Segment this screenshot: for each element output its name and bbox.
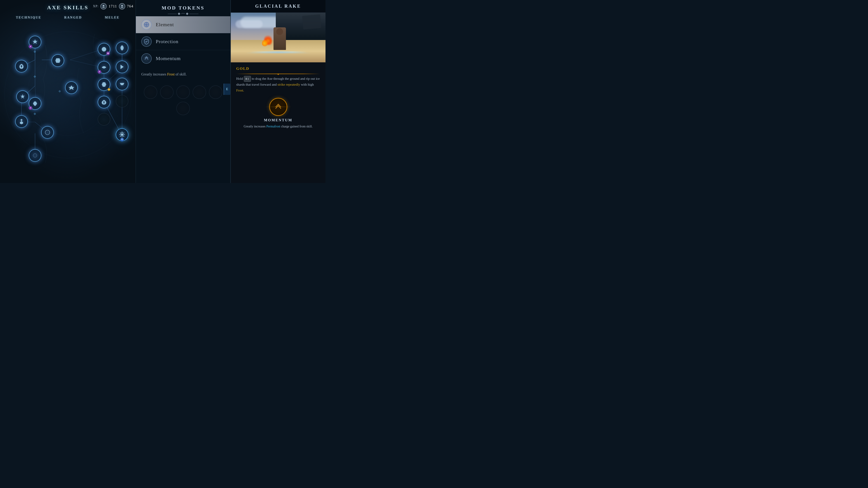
mod-token-momentum[interactable]: Momentum [136,50,230,67]
detail-panel: GLACIAL RAKE GOLD Hold R1 to drag the Ax… [230,0,326,183]
node-badge-r2: ✦ [98,70,101,74]
node-badge-r3: ● [107,88,110,91]
element-icon [141,20,152,30]
svg-point-27 [121,5,123,6]
mod-token-protection[interactable]: Protection [136,33,230,50]
r1-button: R1 [244,76,251,82]
svg-rect-13 [33,75,36,78]
skill-node-t9[interactable] [29,149,41,162]
locked-slot-3 [176,86,190,99]
skill-node-r2[interactable]: ✦ [98,61,110,74]
svg-point-26 [103,5,104,6]
momentum-section: MOMENTUM Greatly increases Permafrost ch… [236,98,320,129]
momentum-icon [141,53,152,64]
skill-node-t4[interactable] [16,90,29,103]
skill-node-m3[interactable] [116,78,128,90]
skill-node-t1[interactable]: ✦ [29,36,41,48]
svg-rect-15 [58,90,61,92]
accent-line [236,74,320,74]
skill-node-r3[interactable]: ● [98,78,110,91]
skill-node-t6[interactable] [65,81,78,94]
node-badge-r1: ⊛ [106,52,110,55]
svg-rect-12 [33,51,36,53]
skill-node-locked2[interactable] [116,95,128,107]
momentum-title: MOMENTUM [264,118,292,122]
mod-token-element[interactable]: Element [136,16,230,33]
protection-label: Protection [156,39,178,44]
skill-node-r1[interactable]: ⊛ [98,43,110,56]
skill-node-m2[interactable] [116,61,128,73]
locked-slot-2 [160,86,174,99]
momentum-label: Momentum [156,56,181,61]
mod-tokens-panel: MOD TOKENS Element Protection [135,0,230,183]
node-badge-snowflake: 🛡 [120,138,124,141]
kratos-xp: 1711 [108,4,117,8]
detail-header: GLACIAL RAKE [231,0,326,13]
ranged-header: RANGED [64,16,82,20]
mod-tokens-title: MOD TOKENS [136,0,230,13]
detail-description: Hold R1 to drag the Axe through the grou… [236,76,320,93]
detail-screenshot [231,13,326,62]
melee-header: MELEE [105,16,120,20]
kratos-avatar [100,3,107,9]
locked-slot-1 [144,86,157,99]
svg-point-29 [33,154,37,157]
skill-tree-panel: AXE SKILLS XP: 1711 764 TECHNIQUE RA [0,0,135,183]
svg-point-28 [45,130,50,135]
atreus-xp: 764 [127,4,133,8]
skill-node-t2[interactable] [15,60,28,72]
mod-tokens-divider [136,13,230,15]
mod-description: Greatly increases Frost of skill. [136,67,230,82]
skill-node-t8[interactable] [41,126,54,139]
skill-node-t3[interactable] [52,54,64,67]
locked-circles [136,82,230,119]
svg-point-1 [27,54,108,135]
xp-label: XP: [93,4,98,8]
detail-title: GLACIAL RAKE [236,4,320,9]
strike-highlight: strike repeatedly [278,83,300,86]
node-badge-purple: ✦ [29,45,32,48]
frost-highlight2: Frost. [236,89,244,92]
quality-label: GOLD [236,66,320,71]
frost-highlight: Frost [167,72,175,76]
node-badge-purple2: ✦ [29,106,32,110]
technique-header: TECHNIQUE [16,16,41,20]
protection-icon [141,36,152,47]
skill-node-t7[interactable] [15,115,28,128]
locked-slot-5 [209,86,222,99]
skill-node-locked1[interactable] [98,113,110,126]
element-label: Element [156,22,174,28]
skill-node-t5[interactable]: ✦ [29,97,41,110]
locked-slot-6 [176,102,190,115]
detail-content: GOLD Hold R1 to drag the Axe through the… [231,62,326,133]
locked-slot-4 [193,86,206,99]
skill-node-r4[interactable] [98,96,110,108]
momentum-desc: Greatly increases Permafrost charge gain… [244,124,313,129]
svg-rect-14 [33,112,36,115]
atreus-avatar [119,3,125,9]
momentum-icon-large [269,98,287,116]
skill-node-m1[interactable] [116,41,128,54]
skill-node-snowflake[interactable]: 🛡 [116,128,128,141]
permafrost-highlight: Permafrost [266,125,280,128]
